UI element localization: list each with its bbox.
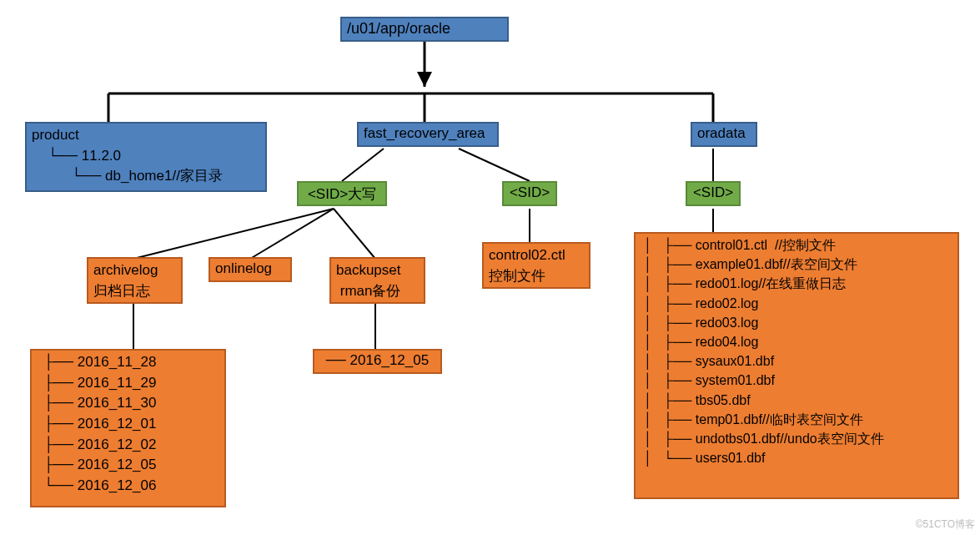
- node-control02: control02.ctl 控制文件: [482, 242, 591, 289]
- product-title: product: [32, 127, 79, 143]
- node-sid-fra-uppercase: <SID>大写: [297, 181, 387, 206]
- watermark-text: ©51CTO博客: [916, 517, 975, 532]
- svg-line-10: [334, 209, 375, 259]
- node-onlinelog: onlinelog: [209, 257, 292, 282]
- backupset-date-text: ── 2016_12_05: [326, 352, 429, 368]
- svg-line-9: [250, 209, 334, 259]
- archivelog-dates-text: ├── 2016_11_28 ├── 2016_11_29 ├── 2016_1…: [43, 354, 156, 493]
- node-sid-fra: <SID>: [502, 181, 557, 206]
- node-product: product └── 11.2.0 └── db_home1//家目录: [25, 122, 267, 192]
- node-oradata-files: │ ├── control01.ctl //控制文件 │ ├── example…: [634, 232, 959, 499]
- onlinelog-title: onlinelog: [215, 260, 272, 276]
- svg-line-6: [459, 149, 530, 181]
- node-sid-oradata: <SID>: [686, 181, 741, 206]
- svg-line-5: [342, 149, 384, 181]
- node-backupset-date: ── 2016_12_05: [313, 349, 442, 374]
- oradata-files-text: │ ├── control01.ctl //控制文件 │ ├── example…: [644, 238, 884, 465]
- oradata-label: oradata: [697, 125, 746, 141]
- archivelog-title: archivelog: [93, 262, 158, 278]
- svg-line-8: [133, 209, 334, 259]
- archivelog-subtitle: 归档日志: [93, 283, 150, 299]
- node-fast-recovery-area: fast_recovery_area: [357, 122, 499, 147]
- fast-recovery-area-label: fast_recovery_area: [364, 125, 485, 141]
- backupset-subtitle: rman备份: [336, 283, 400, 299]
- sid-fra-label: <SID>: [510, 184, 550, 200]
- sid-oradata-label: <SID>: [693, 184, 733, 200]
- node-oradata: oradata: [691, 122, 757, 147]
- node-root-label: /u01/app/oracle: [347, 20, 450, 37]
- node-root: /u01/app/oracle: [340, 17, 509, 42]
- node-archivelog: archivelog 归档日志: [87, 257, 183, 304]
- product-tree: └── 11.2.0 └── db_home1//家目录: [32, 148, 223, 184]
- sid-fra-uppercase-label: <SID>大写: [308, 186, 376, 202]
- control02-title: control02.ctl: [489, 247, 565, 263]
- node-backupset: backupset rman备份: [329, 257, 425, 304]
- backupset-title: backupset: [336, 262, 401, 278]
- node-archivelog-dates: ├── 2016_11_28 ├── 2016_11_29 ├── 2016_1…: [30, 349, 226, 507]
- control02-subtitle: 控制文件: [489, 268, 545, 284]
